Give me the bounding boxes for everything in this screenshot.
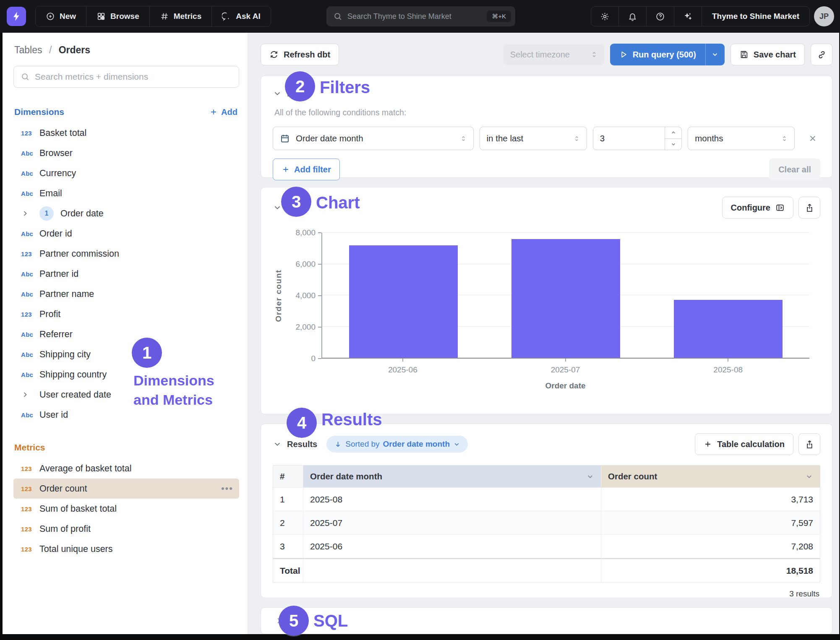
sorted-by-prefix: Sorted by [345, 440, 379, 449]
filter-field-select[interactable]: Order date month [273, 127, 474, 150]
sidebar-item-average-of-basket-total[interactable]: 123Average of basket total [13, 458, 239, 479]
sidebar-item-currency[interactable]: AbcCurrency [13, 163, 239, 183]
settings-button[interactable] [591, 7, 619, 26]
annotation-circle-1: 1 [132, 338, 162, 368]
sidebar-item-shipping-city[interactable]: AbcShipping city [13, 344, 239, 364]
sorted-by-pill[interactable]: Sorted by Order date month [326, 436, 468, 453]
annotation-circle-3: 3 [281, 187, 311, 217]
sidebar-item-partner-id[interactable]: AbcPartner id [13, 264, 239, 284]
sidebar-item-order-id[interactable]: AbcOrder id [13, 224, 239, 244]
browse-button[interactable]: Browse [86, 6, 150, 26]
play-icon [619, 50, 628, 59]
sidebar-item-profit[interactable]: 123Profit [13, 304, 239, 324]
sidebar-item-order-count[interactable]: 123Order count••• [13, 479, 239, 499]
nav-item-label: Metrics [174, 12, 202, 21]
ask-ai-button[interactable]: Ask AI [212, 6, 270, 26]
search-icon [21, 72, 30, 81]
bar-2025-08[interactable] [674, 300, 783, 358]
fields-search[interactable] [13, 66, 239, 88]
column-header-order-date-month[interactable]: Order date month [303, 466, 601, 487]
run-query-button[interactable]: Run query (500) [610, 44, 705, 65]
help-button[interactable] [647, 7, 674, 26]
order-date-month-cell[interactable]: 2025-07 [303, 511, 601, 534]
filter-unit-select[interactable]: months [688, 127, 794, 150]
share-link-button[interactable] [811, 44, 832, 65]
stepper-up-button[interactable] [665, 127, 681, 139]
sidebar-item-referrer[interactable]: AbcReferrer [13, 324, 239, 344]
table-total-row: Total18,518 [273, 558, 820, 582]
order-count-cell[interactable]: 7,208 [601, 535, 820, 558]
search-icon [333, 12, 342, 21]
column-header-order-count[interactable]: Order count [601, 466, 820, 487]
breadcrumb-tables[interactable]: Tables [14, 44, 42, 55]
chart-plot-area[interactable] [321, 233, 809, 359]
collapse-filters-button[interactable] [271, 87, 284, 100]
more-options-icon[interactable]: ••• [221, 483, 233, 494]
configure-button[interactable]: Configure [722, 197, 793, 219]
bar-2025-06[interactable] [349, 245, 458, 358]
sidebar-item-order-date[interactable]: 1Order date [13, 203, 239, 224]
calendar-icon [280, 133, 290, 143]
sidebar-item-sum-of-profit[interactable]: 123Sum of profit [13, 519, 239, 539]
sidebar-item-partner-commission[interactable]: 123Partner commission [13, 244, 239, 264]
row-number-cell: 1 [273, 488, 303, 511]
ai-sparkles-button[interactable] [674, 7, 702, 26]
clear-all-button[interactable]: Clear all [769, 159, 820, 180]
sidebar-item-email[interactable]: AbcEmail [13, 183, 239, 203]
grid-icon [97, 12, 106, 21]
chevron-right-icon[interactable] [21, 209, 39, 218]
add-dimension-label: Add [221, 107, 237, 117]
sidebar-item-partner-name[interactable]: AbcPartner name [13, 284, 239, 304]
lightdash-logo[interactable] [7, 7, 26, 26]
order-count-cell[interactable]: 3,713 [601, 488, 820, 511]
order-count-cell[interactable]: 7,597 [601, 511, 820, 534]
filter-value-text: 3 [593, 133, 665, 143]
global-search-placeholder: Search Thyme to Shine Market [347, 12, 482, 21]
chevron-right-icon[interactable] [21, 390, 39, 399]
bar-2025-07[interactable] [511, 239, 620, 358]
breadcrumb-current: Orders [59, 44, 90, 55]
metrics-button[interactable]: Metrics [150, 6, 212, 26]
sparkles-icon [683, 12, 693, 21]
add-dimension-button[interactable]: Add [209, 107, 237, 117]
x-axis-ticks: 2025-062025-072025-08 [321, 359, 809, 375]
sidebar-item-basket-total[interactable]: 123Basket total [13, 123, 239, 143]
stepper-down-button[interactable] [665, 139, 681, 150]
sidebar-item-label: Average of basket total [39, 463, 132, 474]
nav-right-group: Thyme to Shine Market [591, 6, 810, 26]
sidebar-item-browser[interactable]: AbcBrowser [13, 143, 239, 163]
row-number-header: # [273, 466, 303, 487]
chart-card: Chart Configure Order count 02,0004,0006… [261, 187, 832, 414]
order-date-month-cell[interactable]: 2025-08 [303, 488, 601, 511]
run-query-options-button[interactable] [705, 44, 725, 65]
table-calculation-button[interactable]: Table calculation [695, 433, 793, 455]
fields-search-input[interactable] [35, 72, 232, 82]
global-search[interactable]: Search Thyme to Shine Market ⌘+K [326, 6, 515, 26]
save-chart-label: Save chart [754, 50, 796, 60]
sidebar-item-total-unique-users[interactable]: 123Total unique users [13, 539, 239, 559]
save-chart-button[interactable]: Save chart [730, 44, 805, 65]
org-switcher[interactable]: Thyme to Shine Market [702, 12, 809, 21]
export-results-button[interactable] [798, 433, 820, 455]
filter-operator-select[interactable]: in the last [480, 127, 587, 150]
remove-filter-button[interactable] [806, 131, 820, 146]
annotation-label-2: Filters [320, 78, 370, 97]
notifications-button[interactable] [619, 7, 647, 26]
sidebar-item-sum-of-basket-total[interactable]: 123Sum of basket total [13, 499, 239, 519]
refresh-dbt-button[interactable]: Refresh dbt [261, 44, 339, 65]
filter-value-input[interactable]: 3 [593, 127, 682, 150]
new-button[interactable]: New [36, 6, 86, 26]
avatar[interactable]: JP [814, 6, 834, 26]
collapse-results-button[interactable] [271, 438, 284, 450]
y-tick-label: 8,000 [295, 228, 316, 237]
timezone-select[interactable]: Select timezone [503, 44, 604, 65]
breadcrumb-separator: / [49, 44, 52, 55]
sidebar-item-label: Currency [39, 168, 76, 179]
export-chart-button[interactable] [798, 197, 820, 219]
chevron-right-icon [21, 209, 29, 218]
results-table: #Order date monthOrder count12025-083,71… [273, 465, 820, 583]
order-date-month-cell[interactable]: 2025-06 [303, 535, 601, 558]
chevron-down-icon [273, 89, 282, 98]
add-filter-button[interactable]: Add filter [273, 159, 340, 180]
lightning-icon [11, 11, 22, 22]
